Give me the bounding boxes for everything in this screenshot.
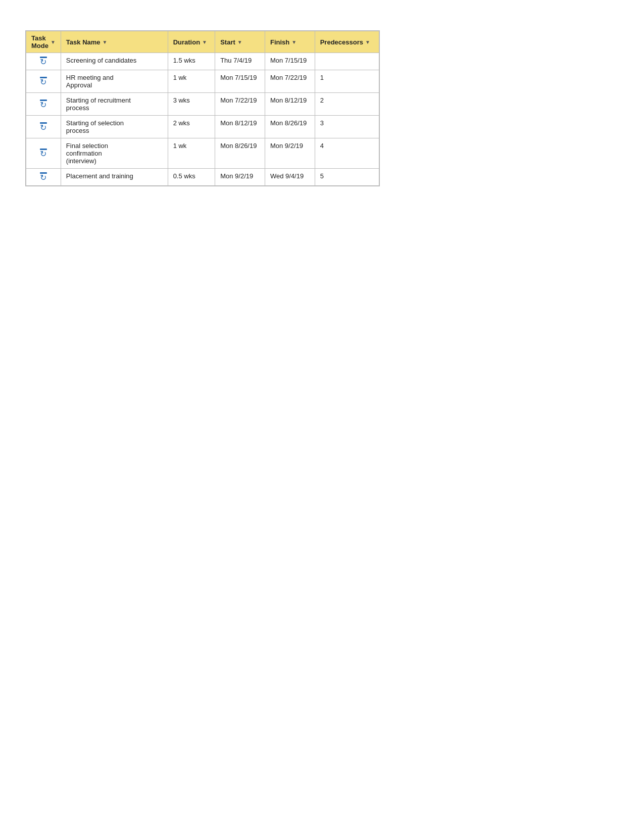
predecessors-cell: 2 bbox=[315, 93, 379, 116]
duration-text: 2 wks bbox=[173, 119, 190, 127]
header-task-name[interactable]: Task Name ▼ bbox=[61, 31, 168, 53]
header-task-name-label: Task Name bbox=[66, 38, 101, 46]
finish-text: Wed 9/4/19 bbox=[270, 172, 304, 180]
finish-cell: Mon 7/22/19 bbox=[265, 70, 315, 93]
header-duration-label: Duration bbox=[173, 38, 200, 46]
task-mode-cell: ↻ bbox=[26, 93, 61, 116]
finish-dropdown-icon[interactable]: ▼ bbox=[291, 39, 296, 45]
duration-text: 1.5 wks bbox=[173, 57, 195, 64]
task-mode-icon: ↻ bbox=[31, 149, 56, 158]
duration-text: 0.5 wks bbox=[173, 172, 195, 180]
start-text: Mon 7/15/19 bbox=[220, 74, 257, 81]
task-mode-cell: ↻ bbox=[26, 70, 61, 93]
header-predecessors[interactable]: Predecessors ▼ bbox=[315, 31, 379, 53]
task-name-text: Starting of recruitmentprocess bbox=[66, 96, 131, 112]
task-name-text: HR meeting andApproval bbox=[66, 74, 114, 89]
task-mode-icon: ↻ bbox=[31, 122, 56, 132]
duration-cell: 1 wk bbox=[168, 138, 215, 169]
table-row: ↻ Placement and training0.5 wksMon 9/2/1… bbox=[26, 169, 379, 186]
header-task-mode[interactable]: TaskMode ▼ bbox=[26, 31, 61, 53]
task-mode-dropdown-icon[interactable]: ▼ bbox=[51, 39, 56, 45]
finish-text: Mon 7/15/19 bbox=[270, 57, 307, 64]
task-name-cell: HR meeting andApproval bbox=[61, 70, 168, 93]
table-row: ↻ Final selectionconfirmation(interview)… bbox=[26, 138, 379, 169]
duration-text: 1 wk bbox=[173, 142, 187, 150]
finish-cell: Mon 8/12/19 bbox=[265, 93, 315, 116]
predecessors-text: 4 bbox=[320, 142, 324, 150]
task-mode-cell: ↻ bbox=[26, 169, 61, 186]
task-mode-icon: ↻ bbox=[31, 77, 56, 86]
task-mode-cell: ↻ bbox=[26, 53, 61, 70]
finish-text: Mon 7/22/19 bbox=[270, 74, 307, 81]
task-name-cell: Starting of recruitmentprocess bbox=[61, 93, 168, 116]
table-row: ↻ Starting of recruitmentprocess3 wksMon… bbox=[26, 93, 379, 116]
finish-cell: Mon 7/15/19 bbox=[265, 53, 315, 70]
duration-cell: 2 wks bbox=[168, 116, 215, 138]
task-name-cell: Final selectionconfirmation(interview) bbox=[61, 138, 168, 169]
duration-cell: 1 wk bbox=[168, 70, 215, 93]
header-finish-label: Finish bbox=[270, 38, 289, 46]
predecessors-text: 1 bbox=[320, 74, 324, 81]
start-text: Thu 7/4/19 bbox=[220, 57, 252, 64]
start-cell: Mon 8/26/19 bbox=[215, 138, 265, 169]
start-dropdown-icon[interactable]: ▼ bbox=[237, 39, 242, 45]
task-name-cell: Placement and training bbox=[61, 169, 168, 186]
header-start-label: Start bbox=[220, 38, 235, 46]
finish-cell: Mon 8/26/19 bbox=[265, 116, 315, 138]
start-cell: Thu 7/4/19 bbox=[215, 53, 265, 70]
predecessors-text: 5 bbox=[320, 172, 324, 180]
predecessors-cell: 1 bbox=[315, 70, 379, 93]
task-name-cell: Screening of candidates bbox=[61, 53, 168, 70]
task-mode-icon: ↻ bbox=[31, 100, 56, 109]
start-text: Mon 9/2/19 bbox=[220, 172, 253, 180]
header-task-mode-label: TaskMode bbox=[31, 34, 48, 50]
duration-text: 1 wk bbox=[173, 74, 187, 81]
start-cell: Mon 8/12/19 bbox=[215, 116, 265, 138]
duration-cell: 0.5 wks bbox=[168, 169, 215, 186]
task-name-text: Starting of selectionprocess bbox=[66, 119, 124, 134]
finish-text: Mon 8/12/19 bbox=[270, 96, 307, 104]
task-name-text: Placement and training bbox=[66, 172, 133, 180]
start-text: Mon 7/22/19 bbox=[220, 96, 257, 104]
header-start[interactable]: Start ▼ bbox=[215, 31, 265, 53]
predecessors-cell: 3 bbox=[315, 116, 379, 138]
gantt-table: TaskMode ▼ Task Name ▼ Duration ▼ bbox=[26, 31, 379, 186]
finish-text: Mon 8/26/19 bbox=[270, 119, 307, 127]
task-name-cell: Starting of selectionprocess bbox=[61, 116, 168, 138]
duration-text: 3 wks bbox=[173, 96, 190, 104]
table-row: ↻ HR meeting andApproval1 wkMon 7/15/19M… bbox=[26, 70, 379, 93]
task-name-text: Screening of candidates bbox=[66, 57, 136, 64]
start-cell: Mon 7/22/19 bbox=[215, 93, 265, 116]
predecessors-text: 2 bbox=[320, 96, 324, 104]
task-mode-cell: ↻ bbox=[26, 138, 61, 169]
start-cell: Mon 7/15/19 bbox=[215, 70, 265, 93]
finish-text: Mon 9/2/19 bbox=[270, 142, 303, 150]
start-text: Mon 8/26/19 bbox=[220, 142, 257, 150]
duration-cell: 3 wks bbox=[168, 93, 215, 116]
start-text: Mon 8/12/19 bbox=[220, 119, 257, 127]
finish-cell: Wed 9/4/19 bbox=[265, 169, 315, 186]
start-cell: Mon 9/2/19 bbox=[215, 169, 265, 186]
task-mode-icon: ↻ bbox=[31, 172, 56, 182]
task-name-text: Final selectionconfirmation(interview) bbox=[66, 142, 108, 165]
duration-cell: 1.5 wks bbox=[168, 53, 215, 70]
table-row: ↻ Screening of candidates1.5 wksThu 7/4/… bbox=[26, 53, 379, 70]
predecessors-text: 3 bbox=[320, 119, 324, 127]
task-name-dropdown-icon[interactable]: ▼ bbox=[103, 39, 108, 45]
header-duration[interactable]: Duration ▼ bbox=[168, 31, 215, 53]
task-mode-icon: ↻ bbox=[31, 57, 56, 66]
predecessors-cell: 5 bbox=[315, 169, 379, 186]
predecessors-dropdown-icon[interactable]: ▼ bbox=[365, 39, 370, 45]
predecessors-cell: 4 bbox=[315, 138, 379, 169]
predecessors-cell bbox=[315, 53, 379, 70]
table-row: ↻ Starting of selectionprocess2 wksMon 8… bbox=[26, 116, 379, 138]
finish-cell: Mon 9/2/19 bbox=[265, 138, 315, 169]
task-mode-cell: ↻ bbox=[26, 116, 61, 138]
header-predecessors-label: Predecessors bbox=[320, 38, 363, 46]
table-header-row: TaskMode ▼ Task Name ▼ Duration ▼ bbox=[26, 31, 379, 53]
gantt-table-wrapper: TaskMode ▼ Task Name ▼ Duration ▼ bbox=[25, 30, 380, 186]
header-finish[interactable]: Finish ▼ bbox=[265, 31, 315, 53]
duration-dropdown-icon[interactable]: ▼ bbox=[202, 39, 207, 45]
